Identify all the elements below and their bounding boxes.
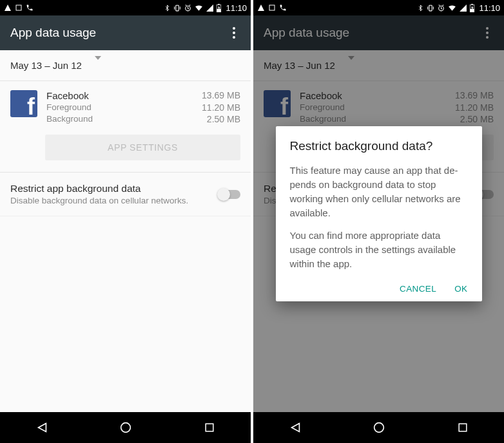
modal-overlay[interactable]: Restrict background data? This feature m… <box>253 15 504 412</box>
battery-icon <box>469 4 475 12</box>
app-total-size: 13.69 MB <box>202 90 240 101</box>
status-time: 11:10 <box>479 3 500 13</box>
home-button[interactable] <box>372 420 386 435</box>
battery-icon <box>216 4 222 12</box>
svg-line-20 <box>441 8 443 9</box>
alarm-icon <box>184 4 192 12</box>
svg-line-7 <box>186 5 187 5</box>
svg-rect-14 <box>269 5 275 10</box>
svg-rect-0 <box>16 5 21 10</box>
svg-point-26 <box>374 423 384 433</box>
date-range-label: May 13 – Jun 12 <box>10 60 82 71</box>
svg-rect-27 <box>459 424 467 431</box>
svg-line-6 <box>188 8 189 9</box>
restrict-background-row[interactable]: Restrict app background data Disable bac… <box>0 173 251 216</box>
background-size: 2.50 MB <box>207 114 240 124</box>
svg-rect-10 <box>218 4 220 5</box>
wifi-icon <box>447 4 457 12</box>
notification-icon <box>4 4 12 12</box>
restrict-subtitle: Disable background data on cellular netw… <box>10 196 211 205</box>
app-bar: App data usage <box>0 15 251 50</box>
recents-button[interactable] <box>203 421 216 434</box>
foreground-label: Foreground <box>46 102 92 113</box>
dialog-body-1: This feature may cause an app that de­pe… <box>290 164 468 220</box>
status-time: 11:10 <box>226 3 247 13</box>
app-usage-row: f Facebook 13.69 MB Foreground 11.20 MB … <box>0 81 251 127</box>
status-bar: 11:10 <box>253 0 504 15</box>
navigation-bar <box>0 412 251 443</box>
vibrate-icon <box>426 4 435 12</box>
recents-button[interactable] <box>456 421 469 434</box>
svg-rect-15 <box>429 5 432 11</box>
facebook-icon: f <box>10 90 37 117</box>
app-name: Facebook <box>46 90 89 101</box>
status-bar: 11:10 <box>0 0 251 15</box>
svg-line-22 <box>443 5 444 5</box>
vibrate-icon <box>173 4 182 12</box>
back-button[interactable] <box>288 420 302 435</box>
chevron-down-icon <box>95 60 101 71</box>
background-label: Background <box>46 114 93 124</box>
dialog-title: Restrict background data? <box>290 139 468 153</box>
screenshot-icon <box>268 4 276 12</box>
restrict-toggle[interactable] <box>218 190 240 199</box>
app-settings-button[interactable]: APP SETTINGS <box>45 135 240 160</box>
app-settings-row: APP SETTINGS <box>0 127 251 173</box>
call-icon <box>26 4 34 12</box>
svg-rect-1 <box>176 5 179 11</box>
date-range-selector[interactable]: May 13 – Jun 12 <box>0 50 251 81</box>
cellular-icon <box>206 4 214 12</box>
bluetooth-icon <box>417 4 424 12</box>
navigation-bar <box>253 412 504 443</box>
svg-line-21 <box>439 5 440 5</box>
restrict-title: Restrict app background data <box>10 183 211 194</box>
cellular-icon <box>459 4 467 12</box>
svg-point-12 <box>121 423 131 433</box>
svg-rect-24 <box>472 4 474 5</box>
page-title: App data usage <box>10 26 96 40</box>
svg-rect-13 <box>206 424 213 431</box>
bluetooth-icon <box>164 4 171 12</box>
dialog-body-2: You can find more appropriate data usage… <box>290 229 468 270</box>
phone-right: 11:10 App data usage May 13 – Jun 12 f F… <box>253 0 504 443</box>
svg-line-8 <box>189 5 191 5</box>
notification-icon <box>257 4 265 12</box>
screenshot-icon <box>15 4 23 12</box>
back-button[interactable] <box>35 420 49 435</box>
home-button[interactable] <box>119 420 133 435</box>
more-options-button[interactable] <box>228 22 240 44</box>
wifi-icon <box>194 4 204 12</box>
phone-left: 11:10 App data usage May 13 – Jun 12 f F… <box>0 0 251 443</box>
alarm-icon <box>437 4 445 12</box>
ok-button[interactable]: OK <box>454 284 467 294</box>
foreground-size: 11.20 MB <box>202 102 240 113</box>
call-icon <box>279 4 287 12</box>
cancel-button[interactable]: CANCEL <box>400 284 436 294</box>
restrict-dialog: Restrict background data? This feature m… <box>276 126 482 301</box>
